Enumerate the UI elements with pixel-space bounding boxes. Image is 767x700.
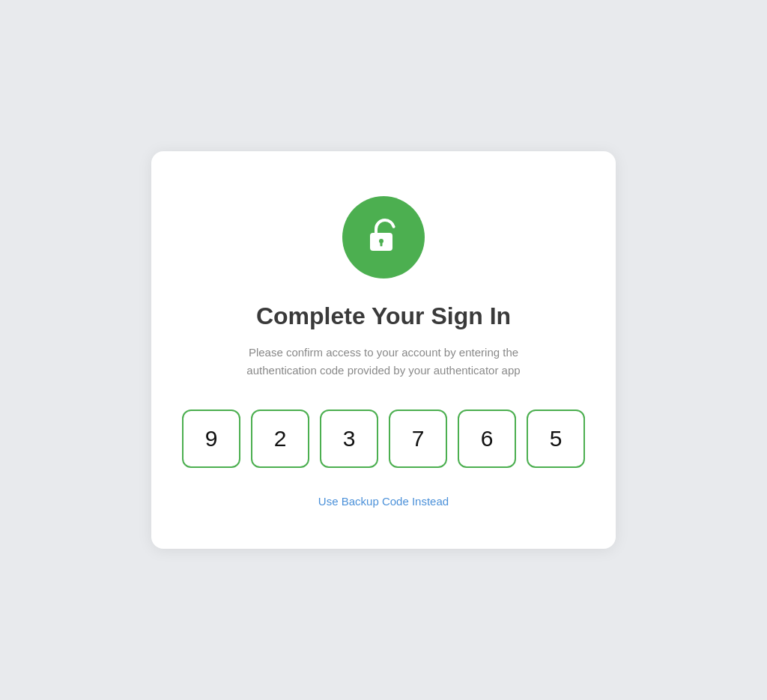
auth-card: Complete Your Sign In Please confirm acc…	[151, 151, 616, 549]
otp-digit-3[interactable]: 3	[320, 410, 378, 468]
page-subtitle: Please confirm access to your account by…	[241, 344, 526, 380]
otp-digit-2[interactable]: 2	[251, 410, 309, 468]
otp-digit-6[interactable]: 5	[527, 410, 585, 468]
page-title: Complete Your Sign In	[256, 302, 511, 330]
otp-digit-5[interactable]: 6	[458, 410, 516, 468]
svg-rect-2	[381, 243, 383, 246]
otp-digit-4[interactable]: 7	[389, 410, 447, 468]
otp-digit-1[interactable]: 9	[182, 410, 240, 468]
otp-input-group: 9 2 3 7 6 5	[182, 410, 585, 468]
lock-icon-circle	[342, 196, 425, 279]
unlock-icon	[364, 216, 403, 258]
use-backup-code-button[interactable]: Use Backup Code Instead	[318, 495, 449, 508]
